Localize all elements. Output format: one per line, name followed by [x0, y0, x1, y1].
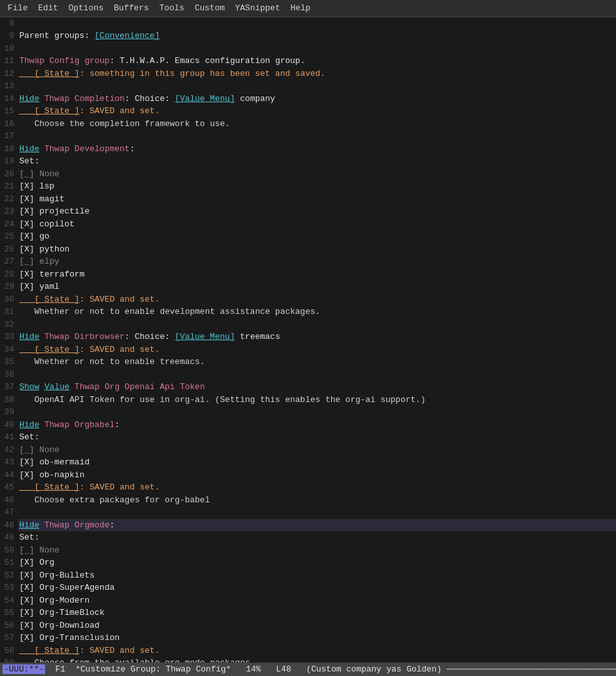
line-9: 9Parent groups: [Convenience] — [0, 30, 616, 42]
line-content: [X] ob-napkin — [18, 469, 616, 482]
line-content: [ State ]: something in this group has b… — [18, 68, 616, 80]
text-segment: [ State ] — [19, 345, 80, 354]
line-content: [X] Org — [18, 556, 616, 569]
text-segment: [_] — [19, 257, 39, 266]
line-34: 34 [ State ]: SAVED and set. — [0, 343, 616, 356]
line-20: 20[_] None — [0, 168, 616, 181]
line-number: 54 — [0, 594, 18, 607]
text-segment: : Choice: — [125, 94, 175, 104]
line-content: Hide Thwap Dirbrowser: Choice: [Value Me… — [18, 331, 616, 343]
text-segment: magit — [39, 194, 64, 204]
line-number: 12 — [0, 68, 18, 80]
line-content: [ State ]: SAVED and set. — [18, 481, 616, 494]
line-number: 39 — [0, 406, 18, 419]
line-content: [ State ]: SAVED and set. — [18, 644, 616, 657]
line-content: [_] elpy — [18, 255, 616, 268]
text-segment: projectile — [39, 206, 89, 216]
line-55: 55[X] Org-TimeBlock — [0, 607, 616, 619]
text-segment: : T.H.W.A.P. Emacs configuration group. — [109, 56, 305, 66]
line-content: OpenAI API Token for use in org-ai. (Set… — [18, 394, 616, 407]
text-segment[interactable]: [Value Menu] — [175, 332, 235, 342]
line-number: 46 — [0, 494, 18, 507]
text-segment: Thwap Dirbrowser — [39, 332, 125, 342]
line-44: 44[X] ob-napkin — [0, 469, 616, 482]
menu-item-tools[interactable]: Tools — [154, 1, 190, 15]
text-segment: [X] — [19, 219, 39, 229]
text-segment: terraform — [39, 269, 84, 279]
line-46: 46 Choose extra packages for org-babel — [0, 494, 616, 507]
text-segment[interactable]: Hide — [19, 332, 39, 342]
line-content: Set: — [18, 431, 616, 444]
status-mode: -UUU:**- — [3, 664, 45, 674]
line-number: 19 — [0, 155, 18, 168]
line-content: Thwap Config group: T.H.W.A.P. Emacs con… — [18, 55, 616, 68]
text-segment: Set: — [19, 156, 39, 166]
line-number: 47 — [0, 506, 18, 519]
menu-item-edit[interactable]: Edit — [33, 1, 63, 15]
line-content: Choose the completion framework to use. — [18, 118, 616, 131]
text-segment: [ State ] — [19, 106, 80, 116]
menu-item-options[interactable]: Options — [63, 1, 109, 15]
text-segment: : SAVED and set. — [80, 295, 160, 304]
line-content: [_] None — [18, 544, 616, 557]
text-segment[interactable]: Hide — [19, 420, 39, 430]
line-number: 56 — [0, 619, 18, 632]
line-number: 21 — [0, 180, 18, 193]
line-number: 41 — [0, 431, 18, 444]
line-content: [X] lsp — [18, 180, 616, 193]
text-segment: [X] — [19, 470, 39, 480]
line-18: 18Hide Thwap Development: — [0, 143, 616, 156]
line-number: 52 — [0, 569, 18, 582]
text-segment[interactable]: Hide — [19, 144, 39, 154]
text-segment[interactable]: [Value Menu] — [175, 94, 235, 104]
text-segment[interactable]: [Convenience] — [95, 31, 159, 41]
status-extra: (Custom company yas Golden) — [306, 664, 442, 674]
line-content: [ State ]: SAVED and set. — [18, 105, 616, 118]
text-segment[interactable]: Hide — [19, 520, 39, 530]
menu-bar: FileEditOptionsBuffersToolsCustomYASnipp… — [0, 0, 616, 17]
line-number: 55 — [0, 607, 18, 619]
line-content — [18, 130, 616, 143]
menu-item-yasnippet[interactable]: YASnippet — [230, 1, 285, 15]
line-24: 24[X] copilot — [0, 218, 616, 231]
text-segment: Org-Modern — [39, 596, 89, 605]
menu-item-buffers[interactable]: Buffers — [109, 1, 154, 15]
status-line: L48 — [276, 664, 291, 674]
line-58: 58 [ State ]: SAVED and set. — [0, 644, 616, 657]
line-50: 50[_] None — [0, 544, 616, 557]
line-number: 11 — [0, 55, 18, 68]
menu-item-file[interactable]: File — [3, 1, 33, 15]
line-51: 51[X] Org — [0, 556, 616, 569]
line-content: Set: — [18, 531, 616, 544]
status-pct: 14% — [246, 664, 261, 674]
line-43: 43[X] ob-mermaid — [0, 456, 616, 469]
text-segment[interactable]: Value — [44, 382, 69, 392]
content-area: 89Parent groups: [Convenience]1011Thwap … — [0, 17, 616, 677]
status-buffer: *Customize Group: Thwap Config* — [75, 664, 231, 674]
menu-item-help[interactable]: Help — [285, 1, 316, 15]
line-number: 17 — [0, 130, 18, 143]
line-37: 37Show Value Thwap Org Openai Api Token — [0, 381, 616, 394]
text-segment: Org-Bullets — [39, 571, 95, 580]
line-32: 32 — [0, 318, 616, 331]
line-45: 45 [ State ]: SAVED and set. — [0, 481, 616, 494]
line-content — [18, 42, 616, 55]
line-39: 39 — [0, 406, 616, 419]
line-content: [ State ]: SAVED and set. — [18, 293, 616, 306]
line-19: 19Set: — [0, 155, 616, 168]
line-content: Parent groups: [Convenience] — [18, 30, 616, 42]
text-segment: : — [109, 520, 114, 530]
menu-item-custom[interactable]: Custom — [190, 1, 230, 15]
line-number: 28 — [0, 268, 18, 281]
text-segment[interactable]: Hide — [19, 94, 39, 104]
status-frame: F1 — [55, 664, 66, 674]
line-content: [X] Org-Download — [18, 619, 616, 632]
line-14: 14Hide Thwap Completion: Choice: [Value … — [0, 93, 616, 105]
line-number: 57 — [0, 632, 18, 644]
line-16: 16 Choose the completion framework to us… — [0, 118, 616, 131]
line-number: 45 — [0, 481, 18, 494]
line-42: 42[_] None — [0, 444, 616, 457]
text-segment: [X] — [19, 194, 39, 204]
text-segment[interactable]: Show — [19, 382, 39, 392]
text-segment: Org-TimeBlock — [39, 608, 104, 617]
